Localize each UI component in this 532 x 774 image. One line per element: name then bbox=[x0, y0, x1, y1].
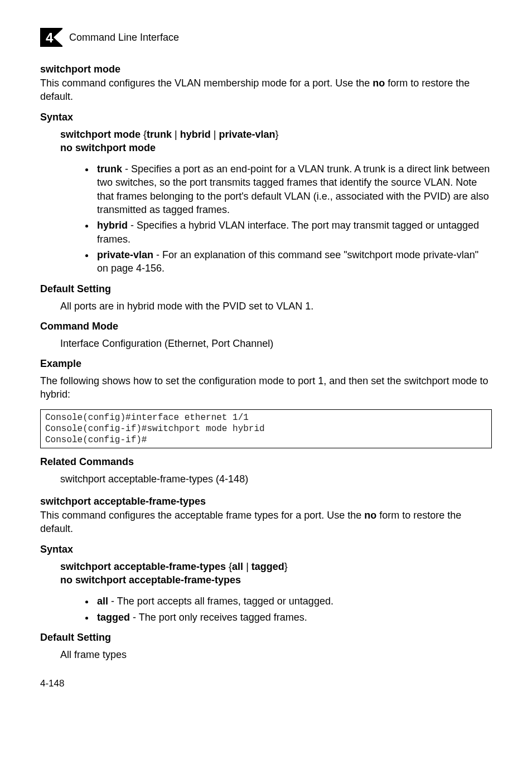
option-desc: - For an explanation of this command see… bbox=[97, 249, 478, 274]
page: 4 Command Line Interface switchport mode… bbox=[0, 0, 532, 712]
option-desc: - The port only receives tagged frames. bbox=[130, 612, 307, 623]
syntax-opt-all: all bbox=[232, 561, 243, 572]
intro-text-bold: no bbox=[373, 78, 385, 89]
syntax-heading: Syntax bbox=[40, 544, 492, 555]
related-commands-text: switchport acceptable-frame-types (4-148… bbox=[60, 472, 492, 486]
default-setting-text: All ports are in hybrid mode with the PV… bbox=[60, 299, 492, 313]
option-desc: - The port accepts all frames, tagged or… bbox=[108, 596, 333, 607]
svg-text:4: 4 bbox=[46, 30, 54, 45]
syntax-block: switchport acceptable-frame-types {all |… bbox=[60, 560, 492, 587]
intro-text-pre: This command configures the acceptable f… bbox=[40, 510, 364, 521]
syntax-opt-private-vlan: private-vlan bbox=[219, 129, 275, 140]
section-intro: This command configures the acceptable f… bbox=[40, 509, 492, 536]
list-item: hybrid - Specifies a hybrid VLAN interfa… bbox=[95, 219, 492, 246]
related-commands-heading: Related Commands bbox=[40, 456, 492, 468]
list-item: tagged - The port only receives tagged f… bbox=[95, 611, 492, 624]
option-name: trunk bbox=[97, 163, 122, 175]
list-item: trunk - Specifies a port as an end-point… bbox=[95, 162, 492, 216]
syntax-no-form: no switchport mode bbox=[60, 142, 156, 153]
running-header: 4 Command Line Interface bbox=[40, 28, 492, 47]
section-title-acceptable-frame-types: switchport acceptable-frame-types bbox=[40, 496, 492, 507]
syntax-opt-tagged: tagged bbox=[252, 561, 284, 572]
syntax-options-list: trunk - Specifies a port as an end-point… bbox=[40, 162, 492, 275]
command-mode-text: Interface Configuration (Ethernet, Port … bbox=[60, 337, 492, 350]
syntax-block: switchport mode {trunk | hybrid | privat… bbox=[60, 128, 492, 155]
default-setting-heading: Default Setting bbox=[40, 283, 492, 295]
intro-text-pre: This command configures the VLAN members… bbox=[40, 78, 373, 89]
option-name: tagged bbox=[97, 612, 130, 623]
option-name: private-vlan bbox=[97, 249, 153, 260]
page-number: 4-148 bbox=[40, 678, 492, 689]
section-intro: This command configures the VLAN members… bbox=[40, 76, 492, 104]
option-name: all bbox=[97, 596, 108, 607]
running-header-title: Command Line Interface bbox=[69, 32, 179, 43]
example-heading: Example bbox=[40, 358, 492, 370]
default-setting-heading: Default Setting bbox=[40, 632, 492, 644]
default-setting-text: All frame types bbox=[60, 648, 492, 661]
option-desc: - Specifies a port as an end-point for a… bbox=[97, 163, 490, 215]
list-item: all - The port accepts all frames, tagge… bbox=[95, 594, 492, 608]
syntax-cmd: switchport acceptable-frame-types bbox=[60, 561, 226, 572]
syntax-opt-trunk: trunk bbox=[147, 129, 172, 140]
list-item: private-vlan - For an explanation of thi… bbox=[95, 248, 492, 275]
option-name: hybrid bbox=[97, 220, 128, 231]
section-title-switchport-mode: switchport mode bbox=[40, 64, 492, 75]
example-intro: The following shows how to set the confi… bbox=[40, 374, 492, 401]
chapter-number-icon: 4 bbox=[40, 28, 62, 47]
syntax-opt-hybrid: hybrid bbox=[180, 129, 211, 140]
syntax-heading: Syntax bbox=[40, 112, 492, 123]
command-mode-heading: Command Mode bbox=[40, 321, 492, 332]
example-code-block: Console(config)#interface ethernet 1/1 C… bbox=[40, 409, 492, 448]
option-desc: - Specifies a hybrid VLAN interface. The… bbox=[97, 220, 479, 244]
syntax-cmd: switchport mode bbox=[60, 129, 141, 140]
intro-text-bold: no bbox=[364, 510, 376, 521]
syntax-options-list: all - The port accepts all frames, tagge… bbox=[40, 594, 492, 624]
syntax-no-form: no switchport acceptable-frame-types bbox=[60, 574, 241, 586]
